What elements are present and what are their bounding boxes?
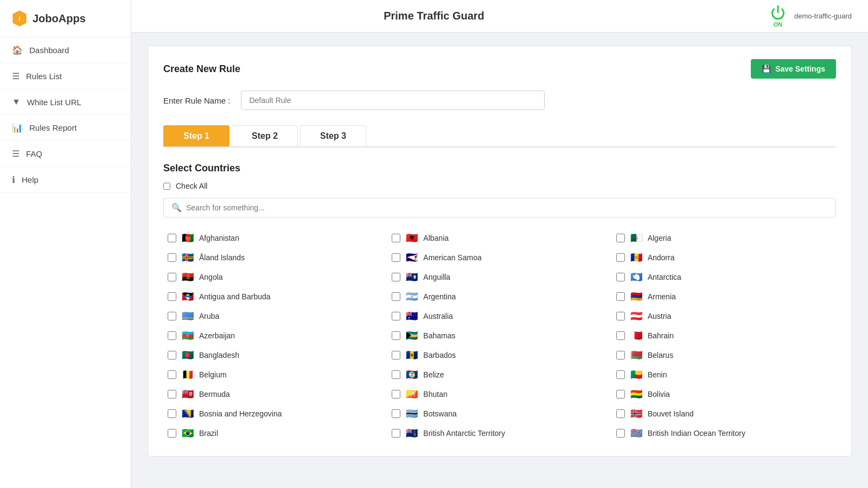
country-checkbox[interactable] (616, 390, 625, 399)
sidebar-item-rules-report[interactable]: 📊 Rules Report (0, 115, 131, 141)
check-all-label: Check All (176, 182, 207, 190)
faq-icon: ☰ (12, 149, 20, 159)
country-name: Aruba (199, 312, 219, 320)
list-item: 🇧🇭 Bahrain (612, 326, 836, 345)
list-item: 🇦🇸 American Samoa (387, 248, 611, 267)
country-name: Bolivia (648, 390, 670, 399)
country-checkbox[interactable] (168, 409, 176, 418)
list-item: 🇧🇾 Belarus (612, 345, 836, 365)
country-checkbox[interactable] (392, 312, 400, 320)
country-checkbox[interactable] (392, 429, 400, 438)
country-name: Armenia (648, 292, 676, 301)
country-checkbox[interactable] (168, 253, 176, 262)
country-checkbox[interactable] (616, 370, 625, 379)
flag-icon: 🇧🇲 (182, 388, 194, 400)
country-checkbox[interactable] (616, 351, 625, 359)
flag-icon: 🇧🇴 (630, 388, 642, 400)
check-all-checkbox[interactable] (163, 183, 170, 190)
main-content: Create New Rule 💾 Save Settings Enter Ru… (131, 33, 868, 488)
list-item: 🇧🇴 Bolivia (612, 384, 836, 404)
country-name: Belarus (648, 351, 673, 359)
country-checkbox[interactable] (392, 292, 400, 301)
country-name: Albania (423, 234, 449, 242)
country-checkbox[interactable] (616, 331, 625, 340)
flag-icon: 🇦🇸 (406, 252, 418, 264)
country-name: British Antarctic Territory (423, 429, 505, 438)
flag-icon: 🇬🇸 (406, 427, 418, 439)
country-name: Afghanistan (199, 234, 239, 242)
list-item: 🇧🇯 Benin (612, 365, 836, 384)
power-button[interactable]: ON (770, 5, 786, 28)
flag-icon: 🇧🇼 (406, 408, 418, 420)
country-name: Bosnia and Herzegovina (199, 409, 282, 418)
main-card: Create New Rule 💾 Save Settings Enter Ru… (148, 46, 852, 457)
tab-step3[interactable]: Step 3 (300, 125, 366, 146)
country-checkbox[interactable] (616, 292, 625, 301)
sidebar-label-help: Help (22, 175, 39, 184)
country-checkbox[interactable] (616, 273, 625, 281)
country-checkbox[interactable] (168, 234, 176, 242)
country-grid: 🇦🇫 Afghanistan 🇦🇱 Albania 🇩🇿 Algeria 🇦🇽 … (163, 228, 836, 443)
country-checkbox[interactable] (616, 429, 625, 438)
list-item: 🇦🇹 Austria (612, 306, 836, 326)
flag-icon: 🇧🇸 (406, 330, 418, 342)
card-title: Create New Rule (163, 63, 240, 75)
flag-icon: 🇦🇶 (630, 271, 642, 283)
country-checkbox[interactable] (616, 312, 625, 320)
flag-icon: 🇦🇮 (406, 271, 418, 283)
flag-icon: 🇦🇬 (182, 291, 194, 303)
country-checkbox[interactable] (392, 273, 400, 281)
country-checkbox[interactable] (616, 234, 625, 242)
help-icon: ℹ (12, 175, 15, 185)
save-settings-button[interactable]: 💾 Save Settings (751, 59, 836, 79)
country-checkbox[interactable] (392, 409, 400, 418)
country-checkbox[interactable] (392, 253, 400, 262)
country-checkbox[interactable] (392, 390, 400, 399)
country-name: Botswana (423, 409, 456, 418)
tab-step2[interactable]: Step 2 (232, 125, 298, 146)
sidebar-item-help[interactable]: ℹ Help (0, 167, 131, 193)
search-icon: 🔍 (171, 203, 182, 213)
country-checkbox[interactable] (392, 234, 400, 242)
country-checkbox[interactable] (168, 429, 176, 438)
flag-icon: 🇦🇿 (182, 330, 194, 342)
tab-step1[interactable]: Step 1 (163, 125, 229, 146)
list-item: 🇦🇴 Angola (163, 267, 387, 287)
country-checkbox[interactable] (168, 351, 176, 359)
list-item: 🇦🇮 Anguilla (387, 267, 611, 287)
sidebar-item-rules-list[interactable]: ☰ Rules List (0, 63, 131, 89)
country-checkbox[interactable] (168, 292, 176, 301)
country-checkbox[interactable] (168, 312, 176, 320)
country-name: Anguilla (423, 273, 450, 281)
logo-text: JoboApps (33, 12, 86, 25)
country-checkbox[interactable] (392, 331, 400, 340)
flag-icon: 🇧🇯 (630, 369, 642, 381)
flag-icon: 🇩🇿 (630, 232, 642, 244)
country-name: Benin (648, 370, 667, 379)
list-item: 🇦🇼 Aruba (163, 306, 387, 326)
country-checkbox[interactable] (168, 331, 176, 340)
sidebar-label-rules-report: Rules Report (29, 123, 77, 132)
country-name: Bouvet Island (648, 409, 694, 418)
rule-name-input[interactable] (241, 91, 545, 110)
sidebar-item-whitelist-url[interactable]: ▼ White List URL (0, 89, 131, 115)
country-checkbox[interactable] (168, 273, 176, 281)
flag-icon: 🇧🇪 (182, 369, 194, 381)
flag-icon: 🇧🇦 (182, 408, 194, 420)
country-checkbox[interactable] (392, 351, 400, 359)
country-name: Bahrain (648, 331, 674, 340)
list-item: 🇦🇷 Argentina (387, 287, 611, 306)
sidebar-item-faq[interactable]: ☰ FAQ (0, 141, 131, 167)
country-checkbox[interactable] (392, 370, 400, 379)
header-title: Prime Traffic Guard (384, 10, 484, 22)
power-icon (770, 5, 786, 20)
country-checkbox[interactable] (616, 253, 625, 262)
country-checkbox[interactable] (168, 390, 176, 399)
country-checkbox[interactable] (616, 409, 625, 418)
search-input[interactable] (186, 203, 828, 212)
flag-icon: 🇦🇹 (630, 310, 642, 322)
section-title: Select Countries (163, 163, 836, 174)
list-item: 🇧🇩 Bangladesh (163, 345, 387, 365)
country-checkbox[interactable] (168, 370, 176, 379)
sidebar-item-dashboard[interactable]: 🏠 Dashboard (0, 37, 131, 63)
